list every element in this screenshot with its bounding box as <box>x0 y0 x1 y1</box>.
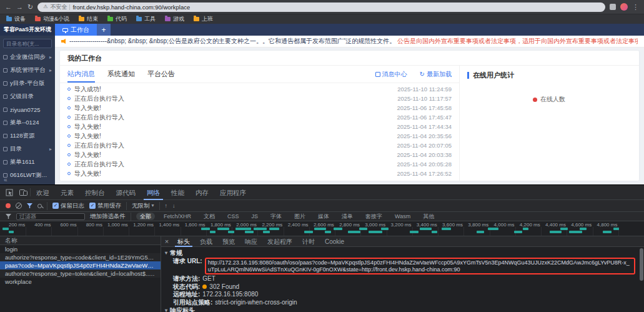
menu-search-input[interactable] <box>3 39 52 48</box>
unread-dot-icon <box>67 134 71 138</box>
message-row[interactable]: 正在后台执行导入2025-11-10 11:17:57 <box>60 94 459 103</box>
message-tabs: 站内消息 系统通知 平台公告 消息中心 ↻最新加载 <box>60 66 459 83</box>
sidebar-item[interactable]: 0616LWT测试目... <box>0 169 55 182</box>
details-tab-response[interactable]: 响应 <box>240 236 262 247</box>
more-filters-toggle[interactable]: 增加筛选条件 <box>90 213 126 221</box>
details-scrollbar[interactable] <box>640 248 643 311</box>
sidebar-item[interactable]: 1128资源 <box>0 129 55 143</box>
import-har-icon[interactable]: ↑ <box>165 203 168 209</box>
reload-icon[interactable]: ↻ <box>27 4 33 11</box>
record-button[interactable] <box>6 203 11 208</box>
profile-avatar[interactable] <box>620 3 628 11</box>
disable-cache-checkbox[interactable]: 禁用缓存 <box>89 202 121 210</box>
filter-icon[interactable] <box>27 203 32 208</box>
bookmark-item[interactable]: 设备 <box>6 15 26 23</box>
request-row[interactable]: login <box>0 245 161 253</box>
extensions-icon[interactable] <box>610 4 616 10</box>
forward-icon[interactable]: → <box>16 4 23 11</box>
address-bar[interactable]: ⚠ 不安全 front.dev.hskp.hand-china.com:90/w… <box>37 3 605 12</box>
devtools-tab-sources[interactable]: 源代码 <box>111 185 142 200</box>
preserve-log-checkbox[interactable]: 保留日志 <box>52 202 84 210</box>
filter-chip-fetch-xhr[interactable]: Fetch/XHR <box>160 213 195 220</box>
sidebar-item[interactable]: 菜单--0124 <box>0 116 55 129</box>
devtools-tab-performance[interactable]: 性能 <box>166 185 190 200</box>
tab-platform-announcements[interactable]: 平台公告 <box>147 66 175 83</box>
bookmark-item[interactable]: 游戏 <box>165 15 184 23</box>
close-details-icon[interactable]: × <box>161 238 172 245</box>
add-tab-button[interactable]: + <box>97 24 111 36</box>
details-tab-headers[interactable]: 标头 <box>172 236 195 247</box>
clear-network-log-icon[interactable] <box>16 203 22 209</box>
message-row[interactable]: 导入成功!2025-11-10 11:24:59 <box>60 84 459 94</box>
request-row[interactable]: authorize?response_type=token&client_id=… <box>0 269 161 278</box>
name-column-header[interactable]: 名称 <box>0 236 161 245</box>
filter-chip-font[interactable]: 字体 <box>267 213 285 220</box>
request-row[interactable]: authorize?response_type=code&client_id=1… <box>0 253 161 261</box>
network-filter-input[interactable] <box>16 213 85 220</box>
message-row[interactable]: 导入失败!2025-11-04 20:03:38 <box>60 150 459 159</box>
network-overview[interactable]: 200 ms400 ms600 ms800 ms1,000 ms1,200 ms… <box>0 221 644 236</box>
filter-chip-socket[interactable]: 套接字 <box>362 213 386 220</box>
section-caret-icon[interactable]: ▾ <box>165 308 167 312</box>
section-caret-icon[interactable]: ▾ <box>165 251 167 256</box>
tab-workspace[interactable]: 工作台 <box>55 24 97 36</box>
sidebar-item[interactable]: 企业微信同步▸ <box>0 51 55 64</box>
message-row[interactable]: 正在后台执行导入2025-11-04 20:07:05 <box>60 141 459 150</box>
sidebar-item[interactable]: 系统管理平台▸ <box>0 64 55 77</box>
filter-chip-js[interactable]: JS <box>248 213 262 220</box>
browser-menu-icon[interactable]: ⋮ <box>632 4 639 11</box>
device-toolbar-icon[interactable] <box>16 185 30 200</box>
sidebar-item[interactable]: ziyuan0725 <box>0 103 55 116</box>
scrollbar-thumb[interactable] <box>640 248 643 281</box>
sidebar-collapse-button[interactable]: « <box>4 176 7 183</box>
filter-chip-media[interactable]: 媒体 <box>314 213 333 220</box>
sidebar-item[interactable]: 父级目录 <box>0 90 55 103</box>
request-row[interactable]: workplace <box>0 278 161 286</box>
message-row[interactable]: 导入失败!2025-11-04 17:44:34 <box>60 122 459 131</box>
online-users-legend[interactable]: 在线人数 <box>533 95 632 104</box>
message-center-link[interactable]: 消息中心 <box>375 70 407 79</box>
devtools-tab-network[interactable]: 网络 <box>141 185 166 200</box>
latest-load-link[interactable]: ↻最新加载 <box>420 70 452 79</box>
request-row[interactable]: paas?code=MpaVKpqstlpJS4p0zFHI4HNdaZ2wVa… <box>0 261 161 269</box>
devtools-tab-console[interactable]: 控制台 <box>79 185 111 200</box>
throttling-select[interactable]: 无限制▾ <box>132 202 154 210</box>
details-tab-initiator[interactable]: 发起程序 <box>262 236 297 247</box>
sidebar-item[interactable]: y目录-平台版 <box>0 77 55 90</box>
filter-chip-all[interactable]: 全部 <box>136 213 155 220</box>
unread-dot-icon <box>67 106 71 109</box>
message-row[interactable]: 导入失败!2025-11-04 17:26:52 <box>60 169 459 178</box>
devtools-tab-elements[interactable]: 元素 <box>55 185 79 200</box>
bookmark-item[interactable]: 动漫&小说 <box>35 15 69 23</box>
tab-system-notices[interactable]: 系统通知 <box>107 66 135 83</box>
details-tab-preview[interactable]: 预览 <box>217 236 240 247</box>
details-tab-cookies[interactable]: Cookie <box>320 236 349 247</box>
devtools-tab-welcome[interactable]: 欢迎 <box>31 185 55 200</box>
message-row[interactable]: 导入失败!2025-11-04 20:35:56 <box>60 131 459 141</box>
filter-chip-manifest[interactable]: 清单 <box>338 213 357 220</box>
devtools-tab-memory[interactable]: 内存 <box>190 185 214 200</box>
filter-chip-doc[interactable]: 文档 <box>200 213 219 220</box>
announcement-segment: ------------------&nbsp; &nbsp; &nbsp;公告… <box>69 38 395 44</box>
sidebar-item[interactable]: 菜单1611 <box>0 156 55 169</box>
tab-site-messages[interactable]: 站内消息 <box>67 66 95 83</box>
export-har-icon[interactable]: ↓ <box>172 203 176 209</box>
message-row[interactable]: 正在后台执行导入2025-11-04 20:05:28 <box>60 159 459 169</box>
sidebar-item[interactable]: 目录▸ <box>0 143 55 156</box>
details-tab-timing[interactable]: 计时 <box>297 236 320 247</box>
bookmark-item[interactable]: 结束 <box>79 15 98 23</box>
back-icon[interactable]: ← <box>5 4 12 11</box>
details-tab-payload[interactable]: 负载 <box>195 236 217 247</box>
devtools-tab-application[interactable]: 应用程序 <box>214 185 252 200</box>
message-row[interactable]: 正在后台执行导入2025-11-06 17:45:47 <box>60 113 459 122</box>
inspect-element-icon[interactable] <box>2 185 16 200</box>
bookmark-item[interactable]: 工具 <box>136 15 156 23</box>
filter-chip-img[interactable]: 图片 <box>290 213 309 220</box>
filter-chip-wasm[interactable]: Wasm <box>391 213 414 220</box>
bookmark-item[interactable]: 代码 <box>107 15 127 23</box>
bookmark-item[interactable]: 上班 <box>194 15 213 23</box>
filter-chip-other[interactable]: 其他 <box>419 213 438 220</box>
search-icon[interactable] <box>37 204 42 208</box>
message-row[interactable]: 导入失败!2025-11-06 17:45:58 <box>60 103 459 113</box>
filter-chip-css[interactable]: CSS <box>224 213 243 220</box>
